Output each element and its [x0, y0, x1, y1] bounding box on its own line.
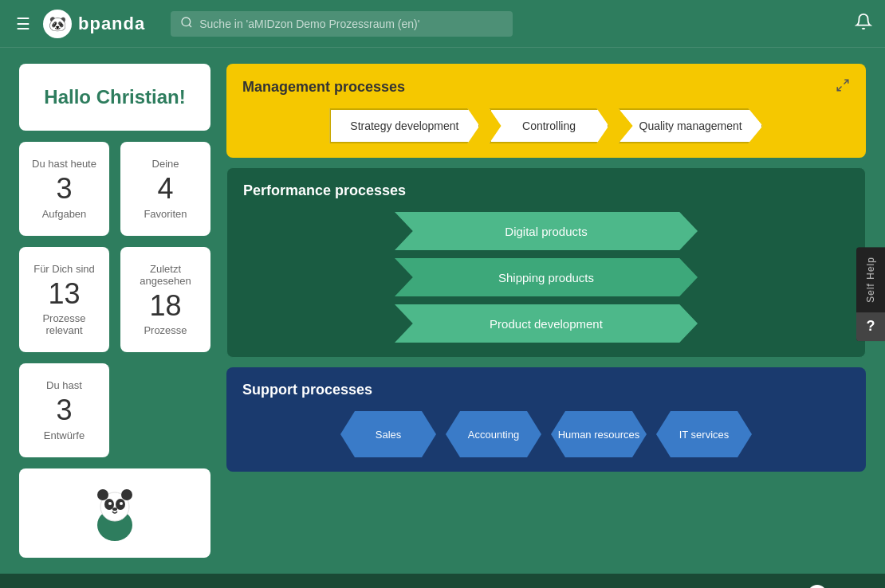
svg-point-8: [112, 508, 117, 511]
footer-logo-icon: 🐼: [808, 585, 827, 588]
search-icon: [180, 16, 193, 32]
recent-card[interactable]: Zuletzt angesehen 18 Prozesse: [120, 247, 210, 353]
support-title: Support processes: [242, 382, 372, 398]
recent-label: Zuletzt angesehen: [133, 263, 198, 287]
support-header: Support processes: [242, 382, 850, 398]
recent-sublabel: Prozesse: [144, 324, 187, 336]
perf-item-digital[interactable]: Digital products: [395, 212, 698, 250]
support-item-sales[interactable]: Sales: [340, 411, 436, 457]
svg-point-10: [121, 489, 132, 500]
tasks-card[interactable]: Du hast heute 3 Aufgaben: [19, 142, 109, 236]
svg-line-1: [189, 25, 191, 27]
relevant-count: 13: [48, 278, 80, 310]
performance-items: Digital products Shipping products Produ…: [243, 212, 849, 343]
main-content: Hallo Christian! Du hast heute 3 Aufgabe…: [0, 48, 885, 574]
svg-line-11: [844, 80, 848, 84]
support-section: Support processes Sales Accounting Human…: [226, 367, 866, 472]
notification-bell-icon[interactable]: [855, 13, 872, 34]
svg-point-0: [182, 18, 191, 26]
favorites-card[interactable]: Deine 4 Favoriten: [120, 142, 210, 236]
search-input[interactable]: [199, 18, 503, 30]
relevant-sublabel: Prozesse relevant: [32, 312, 96, 336]
process-panel: Management processes Strategy developmen…: [226, 64, 866, 558]
greeting-text: Hallo Christian!: [44, 86, 185, 108]
expand-management-icon[interactable]: [836, 78, 850, 96]
self-help-question-icon[interactable]: ?: [856, 312, 885, 341]
tasks-sublabel: Aufgaben: [42, 208, 87, 220]
recent-count: 18: [149, 290, 181, 322]
management-header: Management processes: [242, 78, 850, 96]
mgmt-item-quality[interactable]: Quality management: [619, 108, 763, 143]
favorites-sublabel: Favoriten: [144, 208, 187, 220]
footer: © 2023 MID GmbH ⌃ powered by 🐼 bpanda: [0, 574, 885, 588]
tasks-label: Du hast heute: [32, 158, 96, 170]
management-items: Strategy development Controlling Quality…: [242, 108, 850, 143]
support-items: Sales Accounting Human resources IT serv…: [242, 411, 850, 457]
svg-point-9: [97, 489, 108, 500]
mascot-panda-icon: [83, 481, 147, 545]
relevant-label: Für Dich sind: [33, 263, 95, 275]
drafts-label: Du hast: [46, 379, 82, 391]
mgmt-item-strategy[interactable]: Strategy development: [329, 108, 479, 143]
management-title: Management processes: [242, 79, 405, 96]
support-item-hr[interactable]: Human resources: [551, 411, 647, 457]
performance-title: Performance processes: [243, 182, 406, 199]
perf-item-shipping[interactable]: Shipping products: [395, 258, 698, 296]
menu-icon[interactable]: ☰: [13, 11, 33, 37]
favorites-count: 4: [157, 173, 173, 205]
greeting-card: Hallo Christian!: [19, 64, 210, 131]
footer-powered-by: powered by 🐼 bpanda: [753, 585, 866, 588]
self-help-panel[interactable]: Self Help ?: [856, 247, 885, 341]
logo: 🐼 bpanda: [43, 10, 145, 38]
mgmt-item-controlling[interactable]: Controlling: [490, 108, 609, 143]
drafts-card[interactable]: Du hast 3 Entwürfe: [19, 363, 109, 457]
svg-point-7: [120, 502, 123, 505]
header: ☰ 🐼 bpanda: [0, 0, 885, 48]
management-section: Management processes Strategy developmen…: [226, 64, 866, 158]
performance-section: Performance processes Digital products S…: [226, 167, 866, 358]
drafts-count: 3: [56, 394, 72, 426]
logo-panda-icon: 🐼: [43, 10, 72, 38]
svg-point-6: [108, 502, 112, 505]
performance-header: Performance processes: [243, 182, 849, 199]
stats-panel: Hallo Christian! Du hast heute 3 Aufgabe…: [19, 64, 210, 558]
support-item-accounting[interactable]: Accounting: [446, 411, 541, 457]
mascot-card: [19, 468, 210, 558]
favorites-label: Deine: [152, 158, 179, 170]
relevant-processes-card[interactable]: Für Dich sind 13 Prozesse relevant: [19, 247, 109, 353]
perf-item-product[interactable]: Product development: [395, 304, 698, 343]
self-help-label: Self Help: [865, 247, 876, 312]
search-bar[interactable]: [171, 11, 513, 37]
tasks-count: 3: [56, 173, 72, 205]
drafts-sublabel: Entwürfe: [44, 429, 85, 441]
svg-line-12: [837, 87, 841, 91]
support-item-it[interactable]: IT services: [656, 411, 752, 457]
logo-text: bpanda: [78, 14, 145, 34]
